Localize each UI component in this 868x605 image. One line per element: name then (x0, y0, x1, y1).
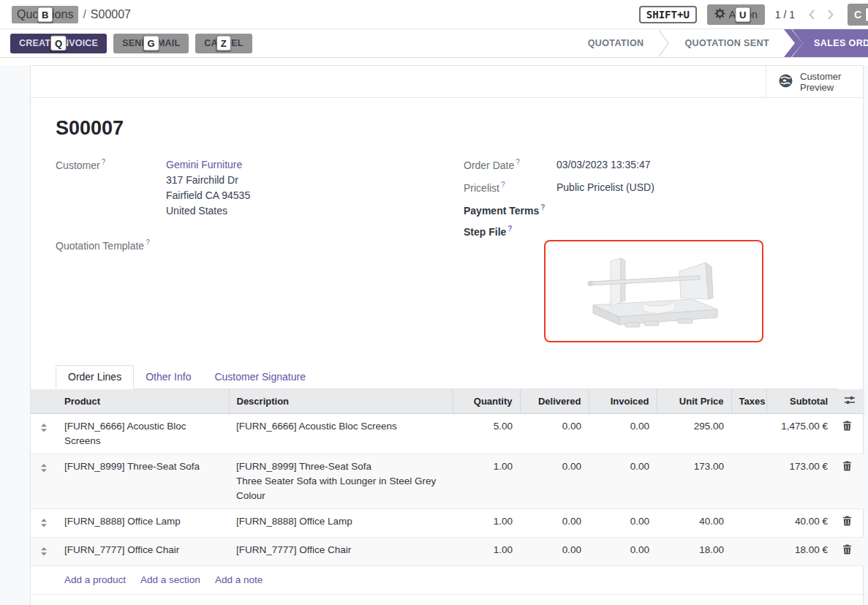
drag-handle[interactable] (31, 508, 57, 537)
cell-subtotal: 1,475.00 € (766, 413, 835, 454)
columns-adjust-icon[interactable] (844, 395, 856, 405)
drag-handle[interactable] (31, 454, 57, 508)
step-file-preview[interactable] (544, 240, 763, 342)
pricelist-field-value[interactable]: Public Pricelist (USD) (556, 180, 654, 195)
cell-taxes[interactable] (731, 454, 766, 508)
keyboard-hint-badge-partial (865, 7, 868, 22)
edge-partial-button[interactable]: C (848, 4, 868, 26)
field-payment-terms: Payment Terms? (464, 203, 838, 217)
control-bar: CREATE INVOICE Q SEND EMAIL G CANCEL Z Q… (0, 29, 868, 58)
table-header-row: Product Description Quantity Delivered I… (31, 389, 864, 413)
gear-icon (714, 8, 725, 21)
cell-invoiced[interactable]: 0.00 (589, 508, 657, 537)
cell-product[interactable]: [FURN_8999] Three-Seat Sofa (57, 454, 229, 508)
field-customer: Customer? Gemini Furniture 317 Fairchild… (56, 157, 430, 219)
help-marker: ? (507, 225, 512, 233)
cell-invoiced[interactable]: 0.00 (589, 413, 657, 454)
drag-handle-icon (40, 547, 48, 556)
breadcrumb-parent-link[interactable]: Quotations B (12, 6, 78, 23)
order-line-row: [FURN_7777] Office Chair [FURN_7777] Off… (31, 537, 864, 565)
cell-delivered[interactable]: 0.00 (520, 454, 589, 508)
step-file-field-label: Step File? (464, 224, 556, 238)
cell-quantity[interactable]: 1.00 (453, 508, 520, 537)
column-header-delivered: Delivered (520, 389, 589, 413)
cell-description[interactable]: [FURN_8888] Office Lamp (229, 508, 453, 537)
cell-delivered[interactable]: 0.00 (520, 508, 589, 537)
keyboard-hint-badge: Z (216, 36, 231, 51)
keyboard-hint-badge: B (37, 7, 53, 22)
cell-taxes[interactable] (731, 537, 766, 565)
pager-next-icon[interactable] (823, 7, 837, 22)
create-invoice-button[interactable]: CREATE INVOICE Q (10, 34, 107, 53)
cell-taxes[interactable] (731, 413, 766, 454)
field-column-right: Order Date? 03/03/2023 13:35:47 Pricelis… (464, 157, 838, 342)
order-lines-table: Product Description Quantity Delivered I… (31, 389, 864, 595)
cell-taxes[interactable] (731, 508, 766, 537)
field-pricelist: Pricelist? Public Pricelist (USD) (464, 180, 838, 195)
description-line: [FURN_8999] Three-Seat Sofa (236, 459, 445, 474)
status-step-quotation[interactable]: QUOTATION (573, 29, 659, 57)
cell-unit-price[interactable]: 173.00 (657, 454, 731, 508)
column-header-taxes: Taxes (731, 389, 766, 413)
order-date-field-label: Order Date? (464, 157, 556, 173)
breadcrumb-separator: / (83, 8, 86, 21)
field-order-date: Order Date? 03/03/2023 13:35:47 (464, 157, 838, 173)
add-a-section-link[interactable]: Add a section (140, 574, 200, 585)
cell-invoiced[interactable]: 0.00 (589, 454, 657, 508)
cell-description[interactable]: [FURN_7777] Office Chair (229, 537, 453, 565)
column-header-product: Product (57, 389, 229, 413)
field-column-left: Customer? Gemini Furniture 317 Fairchild… (56, 157, 430, 342)
add-a-product-link[interactable]: Add a product (64, 574, 126, 585)
cell-subtotal: 40.00 € (766, 508, 835, 537)
edge-partial-label: C (854, 9, 861, 20)
cell-product[interactable]: [FURN_7777] Office Chair (57, 537, 229, 565)
cell-unit-price[interactable]: 295.00 (657, 413, 731, 454)
send-email-button[interactable]: SEND EMAIL G (113, 34, 189, 53)
order-line-row: [FURN_6666] Acoustic Bloc Screens [FURN_… (31, 413, 864, 454)
cell-quantity[interactable]: 1.00 (453, 454, 520, 508)
pager-prev-icon[interactable] (805, 7, 820, 22)
cell-description[interactable]: [FURN_6666] Acoustic Bloc Screens (229, 413, 453, 454)
cell-product[interactable]: [FURN_8888] Office Lamp (57, 508, 229, 537)
order-date-field-value[interactable]: 03/03/2023 13:35:47 (556, 157, 650, 173)
globe-icon (778, 73, 793, 91)
cell-delivered[interactable]: 0.00 (520, 413, 589, 454)
keyboard-hint-badge: G (143, 36, 159, 51)
notebook-tabs: Order Lines Other Info Customer Signatur… (56, 365, 838, 389)
cell-quantity[interactable]: 5.00 (453, 413, 520, 454)
cell-description[interactable]: [FURN_8999] Three-Seat Sofa Three Seater… (229, 454, 453, 508)
description-line: Three Seater Sofa with Lounger in Steel … (236, 474, 445, 503)
breadcrumb-current: S00007 (91, 8, 131, 21)
cell-delete[interactable] (835, 413, 864, 454)
pager-counter: 1 / 1 (775, 9, 795, 20)
cancel-button[interactable]: CANCEL Z (195, 34, 252, 53)
cell-unit-price[interactable]: 40.00 (657, 508, 731, 537)
tab-customer-signature[interactable]: Customer Signature (203, 366, 317, 388)
cell-invoiced[interactable]: 0.00 (589, 537, 657, 565)
drag-handle[interactable] (31, 537, 57, 565)
cell-delete[interactable] (835, 508, 864, 537)
action-menu-button[interactable]: Action U (707, 4, 765, 25)
3d-model-preview-image (577, 251, 731, 331)
status-arrow-icon (784, 29, 804, 57)
handle-column-header (31, 389, 57, 413)
customer-preview-label: Customer Preview (800, 71, 847, 93)
cell-delivered[interactable]: 0.00 (520, 537, 589, 565)
cell-delete[interactable] (835, 454, 864, 508)
chevron-separator-icon (658, 29, 670, 57)
drag-handle[interactable] (31, 413, 57, 454)
customer-preview-button[interactable]: Customer Preview (766, 66, 863, 97)
cell-unit-price[interactable]: 18.00 (657, 537, 731, 565)
tab-order-lines[interactable]: Order Lines (56, 365, 134, 389)
cell-product[interactable]: [FURN_6666] Acoustic Bloc Screens (57, 413, 229, 454)
status-step-quotation-sent[interactable]: QUOTATION SENT (670, 29, 784, 57)
keyboard-hint-badge: U (735, 7, 750, 22)
tab-other-info[interactable]: Other Info (134, 366, 203, 388)
customer-link[interactable]: Gemini Furniture (166, 159, 242, 170)
cell-quantity[interactable]: 1.00 (453, 537, 520, 565)
column-header-subtotal: Subtotal (766, 389, 835, 413)
column-header-description: Description (229, 389, 453, 413)
cell-delete[interactable] (835, 537, 864, 565)
add-a-note-link[interactable]: Add a note (215, 574, 263, 585)
topbar-right-cluster: SHIFT+U Action U 1 / 1 (639, 4, 868, 26)
